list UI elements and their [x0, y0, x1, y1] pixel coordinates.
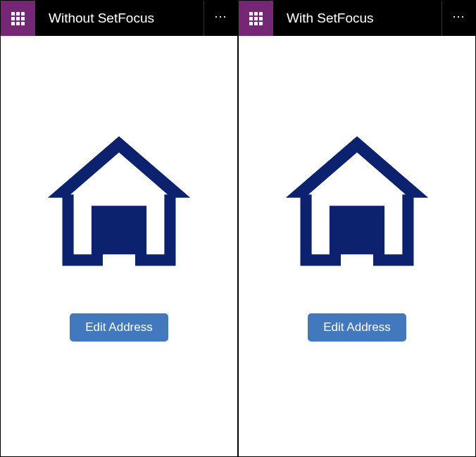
ellipsis-icon: ···	[214, 9, 227, 24]
waffle-icon	[11, 12, 25, 25]
app-bar: With SetFocus ···	[239, 1, 475, 36]
house-icon	[276, 123, 438, 285]
waffle-button[interactable]	[239, 1, 274, 36]
content-area: Edit Address	[1, 36, 237, 456]
content-area: Edit Address	[239, 36, 475, 456]
pane-without-setfocus: Without SetFocus ··· Edit Address	[0, 0, 238, 457]
app-title: Without SetFocus	[36, 1, 203, 36]
waffle-button[interactable]	[1, 1, 36, 36]
pane-with-setfocus: With SetFocus ··· Edit Address	[238, 0, 476, 457]
app-bar: Without SetFocus ···	[1, 1, 237, 36]
house-icon	[38, 123, 200, 285]
edit-address-button[interactable]: Edit Address	[70, 313, 168, 342]
edit-address-button[interactable]: Edit Address	[308, 313, 406, 342]
more-button[interactable]: ···	[441, 1, 475, 36]
more-button[interactable]: ···	[203, 1, 237, 36]
ellipsis-icon: ···	[452, 9, 465, 24]
waffle-icon	[249, 12, 263, 25]
app-title: With SetFocus	[274, 1, 441, 36]
